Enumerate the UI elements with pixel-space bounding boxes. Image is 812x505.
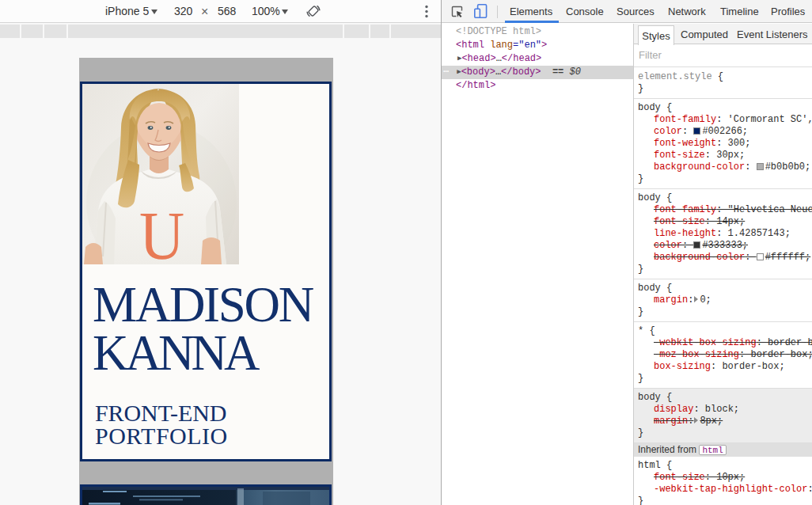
svg-text:U: U — [139, 198, 184, 264]
